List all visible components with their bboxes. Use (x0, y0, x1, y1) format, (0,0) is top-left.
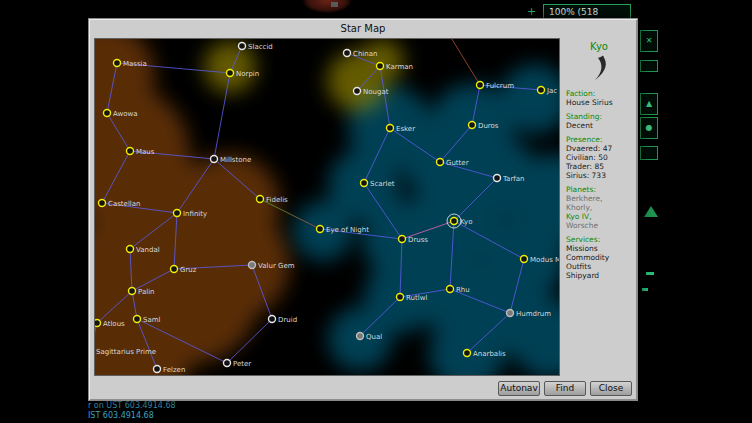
system-node[interactable] (377, 63, 384, 70)
system-rhu[interactable]: Rhu (447, 286, 470, 295)
system-node[interactable] (447, 286, 454, 293)
hud-button-5[interactable] (640, 146, 658, 160)
hud-button-2[interactable] (640, 60, 658, 72)
system-node[interactable] (95, 320, 101, 327)
system-node[interactable] (464, 350, 471, 357)
system-massia[interactable]: Massia (114, 60, 147, 69)
system-label: Maus (136, 148, 155, 156)
system-node[interactable] (521, 256, 528, 263)
system-node[interactable] (538, 87, 545, 94)
system-nougat[interactable]: Nougat (354, 88, 389, 97)
system-label: Saml (143, 316, 161, 324)
system-label: Infinity (183, 210, 207, 218)
system-label: Kyo (460, 218, 473, 226)
system-scarlet[interactable]: Scarlet (361, 180, 395, 189)
system-node[interactable] (269, 316, 276, 323)
system-node[interactable] (174, 210, 181, 217)
hud-button-3[interactable]: ▲ (640, 93, 658, 115)
system-node[interactable] (114, 60, 121, 67)
service-item: Commodity (566, 253, 632, 262)
system-node[interactable] (469, 122, 476, 129)
system-slaccid[interactable]: Slaccid (239, 43, 273, 52)
system-saml[interactable]: Saml (134, 316, 161, 325)
system-node[interactable] (477, 82, 484, 89)
system-info-panel: Kyo Faction: House Sirius Standing: Dece… (566, 41, 632, 373)
system-infinity[interactable]: Infinity (174, 210, 208, 219)
system-vandal[interactable]: Vandal (127, 246, 160, 255)
find-button[interactable]: Find (544, 381, 586, 396)
ship-detail (331, 2, 338, 7)
system-node[interactable] (224, 360, 231, 367)
system-node[interactable] (239, 43, 246, 50)
hud-button-4[interactable]: ● (640, 117, 658, 139)
system-awowa[interactable]: Awowa (104, 110, 138, 119)
system-node[interactable] (134, 316, 141, 323)
radar-marker-icon (644, 206, 658, 217)
system-node[interactable] (171, 266, 178, 273)
system-label: Rutlwl (406, 294, 427, 302)
service-item: Outfits (566, 262, 632, 271)
faction-value: House Sirius (566, 98, 632, 107)
system-maus[interactable]: Maus (127, 148, 155, 157)
system-node[interactable] (357, 333, 364, 340)
map-viewport[interactable]: SlaccidMassiaNorpinChinanKarmanNougatFul… (94, 38, 560, 376)
system-fidelis[interactable]: Fidelis (257, 196, 289, 205)
system-node[interactable] (129, 288, 136, 295)
system-node[interactable] (437, 159, 444, 166)
system-node[interactable] (227, 70, 234, 77)
hud-tick-1 (646, 272, 654, 275)
system-tarfan[interactable]: Tarfan (494, 175, 525, 184)
system-esker[interactable]: Esker (387, 125, 416, 134)
system-node[interactable] (99, 200, 106, 207)
system-qual[interactable]: Qual (357, 333, 383, 342)
system-node[interactable] (317, 226, 324, 233)
system-node[interactable] (361, 180, 368, 187)
system-node[interactable] (344, 50, 351, 57)
system-gutter[interactable]: Gutter (437, 159, 469, 168)
system-node[interactable] (257, 196, 264, 203)
system-label: Valur Gem (258, 262, 295, 270)
system-node[interactable] (354, 88, 361, 95)
system-label: Felzen (163, 366, 185, 374)
system-label: Fulcrum (486, 82, 514, 90)
system-label: Duros (478, 122, 499, 130)
clock-line-1: r on UST 603.4914.68 (88, 401, 176, 411)
system-jac[interactable]: Jac (538, 87, 558, 96)
system-norpin[interactable]: Norpin (227, 70, 260, 79)
autonav-button[interactable]: Autonav (498, 381, 540, 396)
system-label: Qual (366, 333, 382, 341)
planet-item: Worsche (566, 221, 632, 230)
system-node[interactable] (104, 110, 111, 117)
standing-label: Standing: (566, 112, 632, 121)
system-node[interactable] (399, 236, 406, 243)
system-node[interactable] (249, 262, 256, 269)
system-peter[interactable]: Peter (224, 360, 252, 369)
star-map-window: Star Map SlaccidMassiaNorpinChinanKarman… (88, 18, 638, 401)
faction-label: Faction: (566, 89, 632, 98)
system-felzen[interactable]: Felzen (154, 366, 186, 375)
star-map-canvas[interactable]: SlaccidMassiaNorpinChinanKarmanNougatFul… (95, 39, 559, 375)
system-rutlwl[interactable]: Rutlwl (397, 294, 428, 303)
system-node[interactable] (387, 125, 394, 132)
system-node[interactable] (494, 175, 501, 182)
system-node[interactable] (451, 218, 458, 225)
system-node[interactable] (127, 148, 134, 155)
system-gruz[interactable]: Gruz (171, 266, 197, 275)
system-node[interactable] (211, 156, 218, 163)
system-duros[interactable]: Duros (469, 122, 499, 131)
system-label: Druss (408, 236, 428, 244)
hud-button-1[interactable]: ✕ (640, 30, 658, 52)
system-druid[interactable]: Druid (269, 316, 298, 325)
close-button[interactable]: Close (590, 381, 632, 396)
system-node[interactable] (507, 310, 514, 317)
system-node[interactable] (127, 246, 134, 253)
crosshair-icon: + (527, 5, 536, 18)
system-chinan[interactable]: Chinan (344, 50, 378, 59)
system-sagittarius-prime[interactable]: Sagittarius Prime (95, 348, 156, 357)
window-title: Star Map (89, 23, 637, 34)
system-druss[interactable]: Druss (399, 236, 429, 245)
system-node[interactable] (397, 294, 404, 301)
system-node[interactable] (154, 366, 161, 373)
system-label: Druid (278, 316, 297, 324)
system-palin[interactable]: Palin (129, 288, 155, 297)
